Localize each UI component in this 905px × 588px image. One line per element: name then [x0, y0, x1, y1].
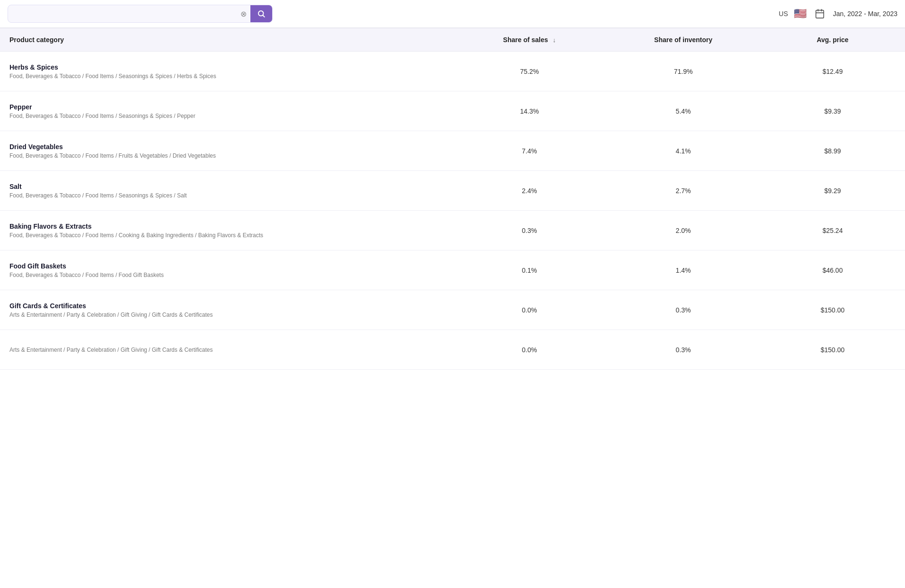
col-header-avg-price: Avg. price: [760, 28, 905, 52]
cell-avg-price: $150.00: [760, 330, 905, 370]
cell-avg-price: $9.39: [760, 91, 905, 131]
table-row: SaltFood, Beverages & Tobacco / Food Ite…: [0, 171, 905, 211]
cell-avg-price: $46.00: [760, 250, 905, 290]
clear-button[interactable]: ⊗: [237, 7, 250, 21]
category-path: Food, Beverages & Tobacco / Food Items /…: [9, 192, 443, 199]
category-name: Food Gift Baskets: [9, 262, 443, 270]
col-header-share-of-inventory: Share of inventory: [606, 28, 760, 52]
svg-rect-2: [816, 10, 824, 18]
cell-share-of-inventory: 0.3%: [606, 330, 760, 370]
cell-avg-price: $9.29: [760, 171, 905, 211]
cell-avg-price: $8.99: [760, 131, 905, 171]
cell-category: Arts & Entertainment / Party & Celebrati…: [0, 330, 452, 370]
category-path: Arts & Entertainment / Party & Celebrati…: [9, 312, 443, 318]
cell-category: Gift Cards & CertificatesArts & Entertai…: [0, 290, 452, 330]
main-content: Product category Share of sales ↓ Share …: [0, 28, 905, 370]
calendar-icon[interactable]: [812, 6, 827, 21]
cell-share-of-sales: 2.4%: [452, 171, 606, 211]
category-name: Gift Cards & Certificates: [9, 302, 443, 310]
cell-category: Baking Flavors & ExtractsFood, Beverages…: [0, 211, 452, 250]
category-name: Pepper: [9, 103, 443, 111]
top-bar: thespicehouse.com ⊗ US 🇺🇸 Jan, 2022 - Ma…: [0, 0, 905, 28]
data-table: Product category Share of sales ↓ Share …: [0, 28, 905, 370]
category-name: Herbs & Spices: [9, 63, 443, 71]
cell-share-of-inventory: 1.4%: [606, 250, 760, 290]
category-path: Food, Beverages & Tobacco / Food Items /…: [9, 232, 443, 239]
cell-share-of-inventory: 5.4%: [606, 91, 760, 131]
cell-avg-price: $25.24: [760, 211, 905, 250]
table-row: Arts & Entertainment / Party & Celebrati…: [0, 330, 905, 370]
col-header-share-of-sales[interactable]: Share of sales ↓: [452, 28, 606, 52]
clear-icon: ⊗: [240, 9, 247, 18]
svg-line-1: [263, 15, 264, 17]
sort-icon-sales: ↓: [553, 36, 556, 44]
table-row: Dried VegetablesFood, Beverages & Tobacc…: [0, 131, 905, 171]
cell-share-of-inventory: 71.9%: [606, 52, 760, 91]
cell-share-of-inventory: 4.1%: [606, 131, 760, 171]
table-header-row: Product category Share of sales ↓ Share …: [0, 28, 905, 52]
search-icon: [257, 9, 266, 18]
cell-share-of-inventory: 2.7%: [606, 171, 760, 211]
cell-category: Food Gift BasketsFood, Beverages & Tobac…: [0, 250, 452, 290]
cell-share-of-sales: 14.3%: [452, 91, 606, 131]
cell-share-of-sales: 0.0%: [452, 330, 606, 370]
table-row: Gift Cards & CertificatesArts & Entertai…: [0, 290, 905, 330]
cell-avg-price: $150.00: [760, 290, 905, 330]
cell-share-of-sales: 0.3%: [452, 211, 606, 250]
table-row: Herbs & SpicesFood, Beverages & Tobacco …: [0, 52, 905, 91]
cell-category: PepperFood, Beverages & Tobacco / Food I…: [0, 91, 452, 131]
date-range: Jan, 2022 - Mar, 2023: [833, 10, 897, 18]
category-path: Arts & Entertainment / Party & Celebrati…: [9, 347, 443, 353]
cell-share-of-inventory: 0.3%: [606, 290, 760, 330]
flag-icon: 🇺🇸: [794, 8, 807, 20]
cell-share-of-inventory: 2.0%: [606, 211, 760, 250]
search-input[interactable]: thespicehouse.com: [8, 6, 237, 21]
table-row: Baking Flavors & ExtractsFood, Beverages…: [0, 211, 905, 250]
cell-share-of-sales: 75.2%: [452, 52, 606, 91]
category-path: Food, Beverages & Tobacco / Food Items /…: [9, 113, 443, 119]
cell-category: Dried VegetablesFood, Beverages & Tobacc…: [0, 131, 452, 171]
cell-category: SaltFood, Beverages & Tobacco / Food Ite…: [0, 171, 452, 211]
cell-share-of-sales: 0.1%: [452, 250, 606, 290]
cell-share-of-sales: 0.0%: [452, 290, 606, 330]
table-row: PepperFood, Beverages & Tobacco / Food I…: [0, 91, 905, 131]
category-path: Food, Beverages & Tobacco / Food Items /…: [9, 73, 443, 80]
category-path: Food, Beverages & Tobacco / Food Items /…: [9, 272, 443, 278]
category-name: Dried Vegetables: [9, 143, 443, 151]
col-header-category: Product category: [0, 28, 452, 52]
top-bar-right: US 🇺🇸 Jan, 2022 - Mar, 2023: [779, 6, 897, 21]
category-name: Baking Flavors & Extracts: [9, 223, 443, 230]
category-name: Salt: [9, 183, 443, 190]
search-button[interactable]: [250, 5, 272, 22]
table-row: Food Gift BasketsFood, Beverages & Tobac…: [0, 250, 905, 290]
cell-avg-price: $12.49: [760, 52, 905, 91]
category-path: Food, Beverages & Tobacco / Food Items /…: [9, 152, 443, 159]
cell-category: Herbs & SpicesFood, Beverages & Tobacco …: [0, 52, 452, 91]
search-container: thespicehouse.com ⊗: [8, 5, 273, 23]
locale-label: US: [779, 10, 788, 18]
cell-share-of-sales: 7.4%: [452, 131, 606, 171]
